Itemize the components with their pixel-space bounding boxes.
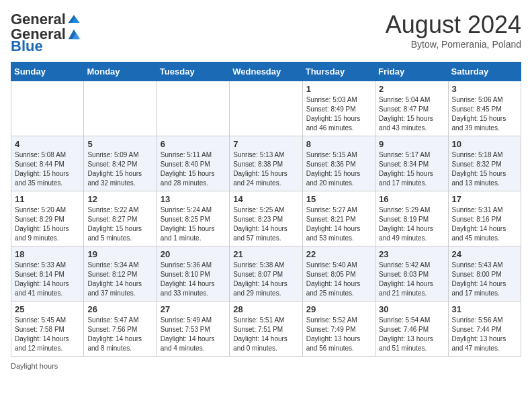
calendar-cell [230, 81, 302, 136]
calendar-cell: 7Sunrise: 5:13 AMSunset: 8:38 PMDaylight… [230, 136, 302, 191]
calendar-cell: 18Sunrise: 5:33 AMSunset: 8:14 PMDayligh… [11, 246, 84, 302]
calendar-cell: 29Sunrise: 5:52 AMSunset: 7:49 PMDayligh… [302, 302, 375, 357]
day-number: 13 [161, 194, 226, 204]
day-info: Sunrise: 5:31 AMSunset: 8:16 PMDaylight:… [452, 205, 517, 243]
day-number: 17 [452, 194, 517, 204]
day-info: Sunrise: 5:51 AMSunset: 7:51 PMDaylight:… [233, 316, 298, 353]
day-header-monday: Monday [84, 62, 157, 81]
logo-triangle [66, 27, 81, 42]
day-number: 26 [87, 304, 152, 314]
day-info: Sunrise: 5:36 AMSunset: 8:10 PMDaylight:… [161, 261, 226, 298]
calendar-cell: 5Sunrise: 5:09 AMSunset: 8:42 PMDaylight… [84, 136, 157, 191]
calendar-cell: 1Sunrise: 5:03 AMSunset: 8:49 PMDaylight… [302, 81, 375, 136]
calendar-cell: 6Sunrise: 5:11 AMSunset: 8:40 PMDaylight… [157, 136, 229, 191]
calendar-header: SundayMondayTuesdayWednesdayThursdayFrid… [11, 62, 521, 81]
day-info: Sunrise: 5:17 AMSunset: 8:34 PMDaylight:… [379, 150, 444, 188]
calendar-cell: 26Sunrise: 5:47 AMSunset: 7:56 PMDayligh… [84, 302, 157, 357]
logo-blue-text: Blue [11, 38, 43, 55]
header: General General Blue August 2024 Bytow, … [11, 11, 521, 55]
day-info: Sunrise: 5:38 AMSunset: 8:07 PMDaylight:… [233, 261, 298, 298]
calendar-cell: 22Sunrise: 5:40 AMSunset: 8:05 PMDayligh… [302, 246, 375, 302]
day-info: Sunrise: 5:08 AMSunset: 8:44 PMDaylight:… [15, 150, 80, 188]
calendar-cell: 8Sunrise: 5:15 AMSunset: 8:36 PMDaylight… [302, 136, 375, 191]
calendar-title: August 2024 [386, 11, 521, 39]
calendar-cell: 21Sunrise: 5:38 AMSunset: 8:07 PMDayligh… [230, 246, 302, 302]
day-number: 1 [306, 84, 371, 94]
day-info: Sunrise: 5:06 AMSunset: 8:45 PMDaylight:… [452, 95, 517, 133]
day-info: Sunrise: 5:56 AMSunset: 7:44 PMDaylight:… [452, 316, 517, 353]
day-header-tuesday: Tuesday [157, 62, 229, 81]
logo: General General Blue [11, 11, 82, 55]
calendar-subtitle: Bytow, Pomerania, Poland [386, 39, 521, 50]
day-number: 14 [233, 194, 298, 204]
day-number: 23 [379, 249, 444, 259]
calendar-cell: 15Sunrise: 5:27 AMSunset: 8:21 PMDayligh… [302, 191, 375, 246]
calendar-cell: 30Sunrise: 5:54 AMSunset: 7:46 PMDayligh… [375, 302, 448, 357]
calendar-cell: 20Sunrise: 5:36 AMSunset: 8:10 PMDayligh… [157, 246, 229, 302]
day-number: 8 [306, 139, 371, 149]
day-number: 11 [15, 194, 80, 204]
logo-icon [67, 13, 81, 26]
day-info: Sunrise: 5:42 AMSunset: 8:03 PMDaylight:… [379, 261, 444, 298]
calendar-cell: 28Sunrise: 5:51 AMSunset: 7:51 PMDayligh… [230, 302, 302, 357]
calendar-cell: 25Sunrise: 5:45 AMSunset: 7:58 PMDayligh… [11, 302, 84, 357]
day-number: 16 [379, 194, 444, 204]
calendar-cell: 27Sunrise: 5:49 AMSunset: 7:53 PMDayligh… [157, 302, 229, 357]
day-info: Sunrise: 5:11 AMSunset: 8:40 PMDaylight:… [161, 150, 226, 188]
calendar-cell: 11Sunrise: 5:20 AMSunset: 8:29 PMDayligh… [11, 191, 84, 246]
calendar-cell: 2Sunrise: 5:04 AMSunset: 8:47 PMDaylight… [375, 81, 448, 136]
day-number: 3 [452, 84, 517, 94]
calendar-cell: 10Sunrise: 5:18 AMSunset: 8:32 PMDayligh… [448, 136, 521, 191]
day-number: 2 [379, 84, 444, 94]
day-number: 4 [15, 139, 80, 149]
day-info: Sunrise: 5:15 AMSunset: 8:36 PMDaylight:… [306, 150, 371, 188]
day-number: 15 [306, 194, 371, 204]
day-number: 31 [452, 304, 517, 314]
footer-note: Daylight hours [11, 362, 521, 370]
calendar-cell: 12Sunrise: 5:22 AMSunset: 8:27 PMDayligh… [84, 191, 157, 246]
day-number: 10 [452, 139, 517, 149]
calendar-cell: 24Sunrise: 5:43 AMSunset: 8:00 PMDayligh… [448, 246, 521, 302]
day-info: Sunrise: 5:34 AMSunset: 8:12 PMDaylight:… [87, 261, 152, 298]
calendar-cell: 23Sunrise: 5:42 AMSunset: 8:03 PMDayligh… [375, 246, 448, 302]
day-header-friday: Friday [375, 62, 448, 81]
calendar-cell: 3Sunrise: 5:06 AMSunset: 8:45 PMDaylight… [448, 81, 521, 136]
calendar-table: SundayMondayTuesdayWednesdayThursdayFrid… [11, 62, 521, 357]
day-number: 22 [306, 249, 371, 259]
day-number: 18 [15, 249, 80, 259]
calendar-cell [157, 81, 229, 136]
day-info: Sunrise: 5:13 AMSunset: 8:38 PMDaylight:… [233, 150, 298, 188]
day-number: 6 [161, 139, 226, 149]
day-info: Sunrise: 5:33 AMSunset: 8:14 PMDaylight:… [15, 261, 80, 298]
day-info: Sunrise: 5:49 AMSunset: 7:53 PMDaylight:… [161, 316, 226, 353]
day-info: Sunrise: 5:27 AMSunset: 8:21 PMDaylight:… [306, 205, 371, 243]
calendar-cell: 16Sunrise: 5:29 AMSunset: 8:19 PMDayligh… [375, 191, 448, 246]
day-info: Sunrise: 5:03 AMSunset: 8:49 PMDaylight:… [306, 95, 371, 133]
day-header-sunday: Sunday [11, 62, 84, 81]
calendar-cell [11, 81, 84, 136]
day-info: Sunrise: 5:47 AMSunset: 7:56 PMDaylight:… [87, 316, 152, 353]
day-info: Sunrise: 5:40 AMSunset: 8:05 PMDaylight:… [306, 261, 371, 298]
day-number: 25 [15, 304, 80, 314]
day-header-thursday: Thursday [302, 62, 375, 81]
day-number: 5 [87, 139, 152, 149]
calendar-cell: 4Sunrise: 5:08 AMSunset: 8:44 PMDaylight… [11, 136, 84, 191]
day-info: Sunrise: 5:18 AMSunset: 8:32 PMDaylight:… [452, 150, 517, 188]
day-header-saturday: Saturday [448, 62, 521, 81]
day-info: Sunrise: 5:22 AMSunset: 8:27 PMDaylight:… [87, 205, 152, 243]
day-info: Sunrise: 5:20 AMSunset: 8:29 PMDaylight:… [15, 205, 80, 243]
day-info: Sunrise: 5:43 AMSunset: 8:00 PMDaylight:… [452, 261, 517, 298]
day-number: 30 [379, 304, 444, 314]
day-number: 7 [233, 139, 298, 149]
calendar-cell: 14Sunrise: 5:25 AMSunset: 8:23 PMDayligh… [230, 191, 302, 246]
day-number: 9 [379, 139, 444, 149]
day-number: 27 [161, 304, 226, 314]
day-info: Sunrise: 5:09 AMSunset: 8:42 PMDaylight:… [87, 150, 152, 188]
calendar-cell: 31Sunrise: 5:56 AMSunset: 7:44 PMDayligh… [448, 302, 521, 357]
calendar-cell: 17Sunrise: 5:31 AMSunset: 8:16 PMDayligh… [448, 191, 521, 246]
calendar-cell: 13Sunrise: 5:24 AMSunset: 8:25 PMDayligh… [157, 191, 229, 246]
day-header-wednesday: Wednesday [230, 62, 302, 81]
day-info: Sunrise: 5:45 AMSunset: 7:58 PMDaylight:… [15, 316, 80, 353]
day-number: 21 [233, 249, 298, 259]
calendar-cell: 19Sunrise: 5:34 AMSunset: 8:12 PMDayligh… [84, 246, 157, 302]
